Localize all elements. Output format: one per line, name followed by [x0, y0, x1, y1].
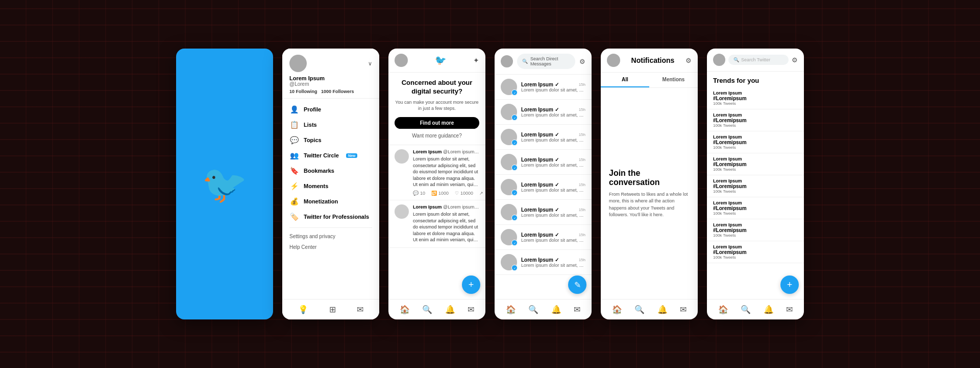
mail-icon[interactable]: ✉	[574, 305, 580, 314]
bell-icon[interactable]: 🔔	[551, 305, 561, 314]
bell-icon[interactable]: 🔔	[657, 305, 668, 314]
search-icon[interactable]: 🔍	[422, 305, 432, 314]
trend-user: Lorem Ipsum	[713, 200, 798, 205]
dm-preview: Lorem ipsum dolor sit amet, conse...	[521, 263, 585, 268]
bottom-bar: 🏠 🔍 🔔 ✉	[601, 299, 698, 319]
profile-icon: 👤	[289, 105, 299, 113]
dm-list: ✓ Lorem Ipsum ✓15h Lorem ipsum dolor sit…	[495, 75, 592, 299]
bell-icon[interactable]: 🔔	[764, 305, 774, 314]
chevron-down-icon[interactable]: ∨	[368, 60, 372, 67]
home-icon[interactable]: 🏠	[718, 305, 728, 314]
monetization-label: Monetization	[304, 198, 338, 204]
nav-item-monetization[interactable]: 💰 Monetization	[282, 194, 379, 209]
notifications-tabs: All Mentions	[601, 73, 698, 88]
list-item[interactable]: Lorem Ipsum #Loremipsum 100k Tweets	[707, 175, 804, 197]
compose-tweet-button[interactable]: +	[462, 275, 480, 294]
tweet-meta: Lorem Ipsum @Lorem ipsum · 15h	[413, 204, 479, 210]
nav-item-twitter-professionals[interactable]: 🏷️ Twitter for Professionals	[282, 209, 379, 224]
comment-button[interactable]: 💬 10	[413, 191, 425, 196]
list-item[interactable]: Lorem Ipsum #Loremipsum 100k Tweets	[707, 109, 804, 131]
list-item[interactable]: Lorem Ipsum #Loremipsum 100k Tweets	[707, 131, 804, 153]
grid-icon[interactable]: ⊞	[329, 305, 336, 314]
sparkle-icon[interactable]: ✦	[473, 56, 479, 64]
dm-avatar: ✓	[501, 104, 517, 120]
dm-avatar: ✓	[501, 154, 517, 170]
list-item[interactable]: ✓ Lorem Ipsum ✓15h Lorem ipsum dolor sit…	[495, 200, 592, 225]
mail-icon[interactable]: ✉	[786, 305, 793, 314]
compose-tweet-button[interactable]: +	[780, 275, 799, 294]
bell-icon[interactable]: 🔔	[445, 305, 455, 314]
tweet-actions: 💬 10 🔁 1000 ♡ 10000 ↗	[413, 191, 479, 196]
trend-hashtag: #Loremipsum	[713, 140, 798, 145]
list-item[interactable]: ✓ Lorem Ipsum ✓15h Lorem ipsum dolor sit…	[495, 175, 592, 200]
nav-item-twitter-circle[interactable]: 👥 Twitter Circle New	[282, 148, 379, 163]
retweet-button[interactable]: 🔁 1000	[431, 191, 449, 196]
dm-avatar: ✓	[501, 79, 517, 95]
new-dm-button[interactable]: ✎	[568, 275, 586, 294]
dm-search-bar[interactable]: 🔍 Search Direct Messages	[517, 54, 575, 69]
share-button[interactable]: ↗	[479, 191, 483, 196]
dm-name: Lorem Ipsum ✓	[521, 232, 559, 238]
list-item[interactable]: Lorem Ipsum #Loremipsum 100k Tweets	[707, 197, 804, 219]
search-icon: 🔍	[522, 59, 528, 64]
home-icon[interactable]: 🏠	[400, 305, 410, 314]
home-icon[interactable]: 🏠	[612, 305, 622, 314]
dm-avatar: ✓	[501, 229, 517, 245]
mail-icon[interactable]: ✉	[468, 305, 474, 314]
join-title: Join the conversation	[609, 169, 690, 187]
dm-name: Lorem Ipsum ✓	[521, 182, 559, 188]
list-item[interactable]: Lorem Ipsum #Loremipsum 100k Tweets	[707, 87, 804, 109]
list-item[interactable]: ✓ Lorem Ipsum ✓15h Lorem ipsum dolor sit…	[495, 225, 592, 250]
nav-item-topics[interactable]: 💬 Topics	[282, 132, 379, 148]
list-item[interactable]: Lorem Ipsum #Loremipsum 100k Tweets	[707, 153, 804, 175]
notif-user-avatar	[607, 54, 620, 67]
find-out-more-button[interactable]: Find out more	[395, 117, 479, 129]
list-item[interactable]: ✓ Lorem Ipsum ✓15h Lorem ipsum dolor sit…	[495, 150, 592, 175]
nav-item-bookmarks[interactable]: 🔖 Bookmarks	[282, 163, 379, 178]
bottom-bar: 🏠 🔍 🔔 ✉	[707, 299, 804, 319]
profile-label: Profile	[304, 106, 321, 112]
search-icon[interactable]: 🔍	[741, 305, 751, 314]
tab-all[interactable]: All	[601, 73, 649, 87]
nav-item-lists[interactable]: 📋 Lists	[282, 117, 379, 132]
settings-icon[interactable]: ⚙	[579, 58, 585, 65]
dm-time: 15h	[579, 182, 585, 187]
settings-icon[interactable]: ⚙	[792, 56, 798, 64]
list-item[interactable]: ✓ Lorem Ipsum ✓15h Lorem ipsum dolor sit…	[495, 75, 592, 100]
join-conversation-box: Join the conversation From Retweets to l…	[601, 88, 698, 299]
tab-mentions[interactable]: Mentions	[649, 73, 698, 87]
list-item[interactable]: Lorem Ipsum #Loremipsum 100k Tweets	[707, 219, 804, 241]
trend-hashtag: #Loremipsum	[713, 118, 798, 123]
dm-avatar: ✓	[501, 129, 517, 145]
dm-preview: Lorem ipsum dolor sit amet, conse...	[521, 137, 585, 143]
trend-user: Lorem Ipsum	[713, 244, 798, 249]
home-icon[interactable]: 🏠	[506, 305, 516, 314]
dm-preview: Lorem ipsum dolor sit amet, conse...	[521, 112, 585, 118]
lightning-icon[interactable]: 💡	[298, 305, 308, 314]
list-item[interactable]: ✓ Lorem Ipsum ✓15h Lorem ipsum dolor sit…	[495, 125, 592, 150]
nav-item-profile[interactable]: 👤 Profile	[282, 102, 379, 117]
notifications-header: Notifications ⚙	[601, 49, 698, 73]
verified-badge: ✓	[511, 89, 518, 96]
list-item[interactable]: Lorem Ipsum #Loremipsum 100k Tweets	[707, 241, 804, 263]
search-icon[interactable]: 🔍	[528, 305, 538, 314]
mail-icon[interactable]: ✉	[357, 305, 363, 314]
list-item[interactable]: ✓ Lorem Ipsum ✓15h Lorem ipsum dolor sit…	[495, 100, 592, 125]
trends-search-bar[interactable]: 🔍 Search Twitter	[728, 55, 789, 65]
trend-count: 100k Tweets	[713, 189, 798, 194]
tweet-header: 🐦 ✦	[388, 49, 485, 73]
settings-icon[interactable]: ⚙	[685, 57, 692, 64]
trend-count: 100k Tweets	[713, 167, 798, 172]
profile-handle: @Lorem	[289, 81, 372, 87]
moments-icon: ⚡	[289, 182, 299, 190]
like-button[interactable]: ♡ 10000	[455, 191, 473, 196]
tweet-handle: @Lorem ipsum · 15h	[443, 149, 479, 154]
mail-icon[interactable]: ✉	[680, 305, 687, 314]
nav-item-settings[interactable]: Settings and privacy	[282, 231, 379, 242]
trend-user: Lorem Ipsum	[713, 222, 798, 227]
nav-item-help[interactable]: Help Center	[282, 242, 379, 252]
guidance-link[interactable]: Want more guidance?	[395, 133, 479, 139]
search-icon[interactable]: 🔍	[634, 305, 645, 314]
nav-item-moments[interactable]: ⚡ Moments	[282, 178, 379, 194]
list-item[interactable]: ✓ Lorem Ipsum ✓15h Lorem ipsum dolor sit…	[495, 250, 592, 275]
